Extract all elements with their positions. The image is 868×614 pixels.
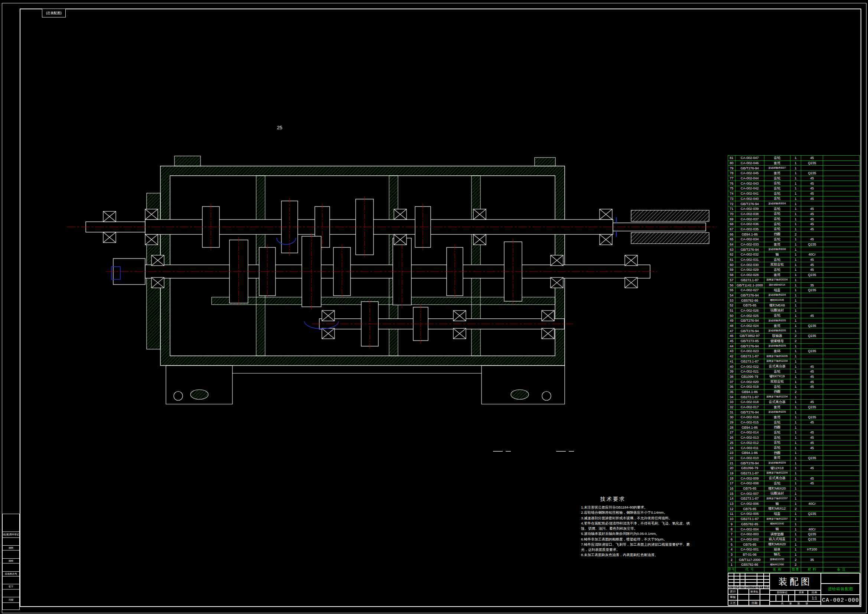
parts-list-cell: 33 [728, 399, 735, 404]
parts-list-cell [823, 297, 860, 303]
parts-list-cell [823, 522, 860, 527]
parts-list-cell: 45 [801, 313, 823, 318]
parts-list-cell: 45 [801, 196, 823, 201]
parts-list-cell: 2 [790, 506, 801, 511]
parts-list-cell: 2 [790, 389, 801, 395]
parts-list-cell: CA-002-022 [735, 364, 764, 369]
parts-list-cell: Q235 [801, 455, 823, 460]
parts-list-cell: 31 [728, 409, 735, 415]
label-stage-mark: 阶段标记 [770, 590, 795, 595]
parts-list-cell: GB/T276-94 [735, 165, 764, 171]
parts-list-cell: 45 [801, 186, 823, 191]
parts-list-cell: 75 [728, 186, 735, 191]
parts-list-cell: 1 [790, 180, 801, 186]
parts-list-cell: 圆锥滚子轴承32207 [764, 496, 790, 501]
parts-list-cell [823, 542, 860, 547]
parts-list-cell: GB/T276-94 [735, 409, 764, 415]
parts-list-cell: 齿轮 [764, 211, 790, 216]
parts-list-row: 71CA-002-039齿轮145 [728, 206, 860, 211]
bearing [145, 235, 158, 245]
parts-list-cell: CA-002-006 [735, 501, 764, 506]
parts-list-cell: 35 [801, 557, 823, 562]
parts-list-row: 58CA-002-028套筒1Q235 [728, 272, 860, 277]
parts-list-row: 12GB75-85螺钉M6X122 [728, 506, 860, 511]
parts-list-cell: 1 [790, 272, 801, 277]
parts-list-cell: 45 [801, 435, 823, 440]
parts-list-cell [823, 455, 860, 460]
parts-list-cell [801, 506, 823, 511]
margin-label: 签字 [2, 584, 20, 589]
parts-list-cell: 45 [801, 180, 823, 186]
parts-list-cell: 40 [728, 364, 735, 369]
parts-list-cell: 1 [790, 171, 801, 176]
parts-list-cell: 1 [790, 323, 801, 328]
parts-list-cell: 45 [801, 369, 823, 374]
parts-list-cell: CA-002-026 [735, 308, 764, 313]
parts-list-cell: GB/T1142.1-2000 [735, 282, 764, 288]
parts-list-cell: CA-002-034 [735, 236, 764, 242]
parts-list-cell [823, 481, 860, 486]
corner-label: (总装配图) [46, 11, 62, 16]
parts-list-cell: CA-002-035 [735, 227, 764, 232]
sheet-count: 共 张 第 张 [770, 602, 821, 606]
parts-list-cell: 27 [728, 430, 735, 435]
parts-list-cell: 56 [728, 282, 735, 288]
parts-list-cell [801, 303, 823, 308]
revision-cell [745, 576, 757, 579]
revision-cell [734, 576, 740, 579]
parts-list-row: 65CA-002-034齿轮145 [728, 236, 860, 242]
parts-list-cell: CA-002-013 [735, 435, 764, 440]
parts-list-row: 35GB94.1-86挡圈2 [728, 389, 860, 395]
parts-list-cell: 37 [728, 379, 735, 384]
parts-list-row: 13CA-002-006轴140Cr [728, 501, 860, 506]
label-check: 审核 [728, 594, 738, 600]
parts-list-cell [823, 216, 860, 221]
parts-list-cell [823, 501, 860, 506]
margin-blank-box [2, 563, 20, 571]
parts-list-cell: 1 [790, 404, 801, 410]
margin-label: 描校 [2, 558, 20, 563]
parts-list-cell: 53 [728, 297, 735, 303]
parts-list-cell: 58 [728, 272, 735, 277]
parts-list-cell [823, 288, 860, 293]
parts-list-cell: 1 [790, 532, 801, 537]
parts-list-cell: 59 [728, 267, 735, 272]
revision-cell [734, 580, 740, 583]
parts-list-cell: 45 [801, 176, 823, 181]
parts-list-cell [823, 257, 860, 262]
revision-cell [745, 583, 757, 585]
parts-list-cell: 1 [790, 420, 801, 425]
parts-list-cell: 套筒 [764, 323, 790, 328]
parts-list-cell: 45 [801, 440, 823, 445]
bearing [625, 255, 637, 266]
parts-list-cell: 1 [790, 343, 801, 348]
parts-list-row: 48CA-002-024套筒1Q235 [728, 323, 860, 328]
parts-list-cell: 1 [790, 440, 801, 445]
parts-list-cell: 60 [728, 262, 735, 267]
label-process: 工艺 [728, 600, 738, 606]
parts-list-cell [823, 511, 860, 516]
parts-list-cell: Q235 [801, 404, 823, 410]
parts-list-cell: 1 [790, 491, 801, 496]
parts-list-cell [823, 359, 860, 364]
bearing [152, 255, 164, 266]
parts-list-cell [823, 236, 860, 242]
parts-list-cell: 1 [790, 242, 801, 247]
parts-list-cell: CA-002-010 [735, 455, 764, 460]
parts-list-cell: 齿轮 [764, 313, 790, 318]
parts-list-cell: CA-002-027 [735, 288, 764, 293]
parts-list-row: 81CA-002-047齿轮145 [728, 155, 860, 160]
parts-list-cell [823, 450, 860, 455]
parts-list-cell: 45 [801, 262, 823, 267]
parts-list-cell: 15 [728, 491, 735, 496]
parts-list-cell: 1 [790, 537, 801, 542]
parts-list-cell: 双联齿轮 [764, 379, 790, 384]
parts-list-cell: 47 [728, 328, 735, 333]
parts-list-cell: 35 [728, 389, 735, 395]
parts-list-cell: 29 [728, 420, 735, 425]
parts-list-cell: 42 [728, 354, 735, 359]
parts-list-cell: CA-002-046 [735, 160, 764, 166]
drawing-name: 进给箱装配图 [821, 583, 860, 595]
parts-list-cell [801, 394, 823, 399]
parts-list-cell: 1 [790, 262, 801, 267]
